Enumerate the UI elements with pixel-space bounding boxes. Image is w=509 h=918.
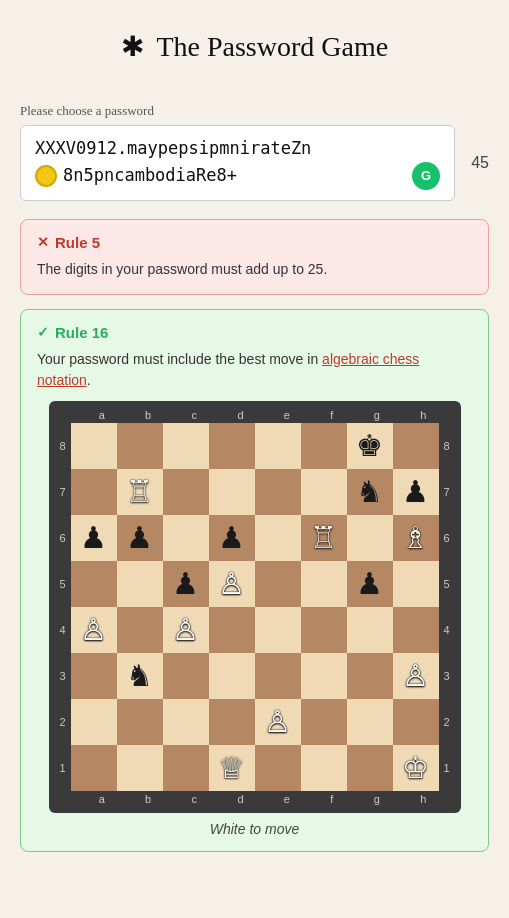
chess-cell xyxy=(255,607,301,653)
chess-cell: ♞ xyxy=(347,469,393,515)
chess-cell xyxy=(347,607,393,653)
chess-cell xyxy=(71,469,117,515)
chess-cell: ♙ xyxy=(71,607,117,653)
rule5-header: ✕ Rule 5 xyxy=(37,234,472,251)
rule5-fail-icon: ✕ xyxy=(37,234,49,250)
chess-cell xyxy=(347,745,393,791)
chess-cell xyxy=(209,699,255,745)
chess-cell xyxy=(163,423,209,469)
bottom-file-labels: a b c d e f g h xyxy=(79,791,447,807)
chess-cell: ♔ xyxy=(393,745,439,791)
chess-cell xyxy=(301,699,347,745)
rank-labels-left: 8 7 6 5 4 3 2 1 xyxy=(55,423,71,791)
chess-cell xyxy=(209,607,255,653)
chess-cell xyxy=(163,515,209,561)
chess-cell xyxy=(347,699,393,745)
chess-cell: ♟ xyxy=(71,515,117,561)
chess-cell xyxy=(71,653,117,699)
chess-section: a b c d e f g h 8 7 6 xyxy=(37,401,472,837)
password-input-display[interactable]: XXXV0912.maypepsipmnirateZn 8n5pncambodi… xyxy=(20,125,455,201)
chess-cell xyxy=(117,699,163,745)
chess-board-wrapper: a b c d e f g h 8 7 6 xyxy=(37,401,472,837)
chess-cell: ♙ xyxy=(163,607,209,653)
star-icon: ✱ xyxy=(121,31,144,62)
chess-cell xyxy=(163,699,209,745)
chess-cell xyxy=(255,469,301,515)
chess-cell xyxy=(255,423,301,469)
password-text-line1: XXXV0912.maypepsipmnirateZn xyxy=(35,136,440,162)
chess-cell: ♙ xyxy=(255,699,301,745)
chess-cell: ♟ xyxy=(347,561,393,607)
password-text-part2: 8n5pncambodiaRe8+ xyxy=(63,163,237,189)
grammarly-icon: G xyxy=(412,162,440,190)
chess-cell: ♞ xyxy=(117,653,163,699)
chess-board: ♚♖♞♟♟♟♟♖♗♟♙♟♙♙♞♙♙♕♔ xyxy=(71,423,439,791)
chess-cell xyxy=(163,653,209,699)
chess-cell xyxy=(163,469,209,515)
rule5-label: Rule 5 xyxy=(55,234,100,251)
chess-cell xyxy=(117,423,163,469)
chess-cell xyxy=(255,515,301,561)
chess-cell xyxy=(209,423,255,469)
chess-cell xyxy=(117,607,163,653)
chess-cell xyxy=(393,561,439,607)
chess-cell: ♖ xyxy=(301,515,347,561)
chess-cell xyxy=(393,699,439,745)
chess-cell xyxy=(209,469,255,515)
rank-labels-right: 8 7 6 5 4 3 2 1 xyxy=(439,423,455,791)
chess-board-container: a b c d e f g h 8 7 6 xyxy=(49,401,461,813)
top-file-labels: a b c d e f g h xyxy=(79,407,447,423)
password-text-line2: 8n5pncambodiaRe8+ G xyxy=(35,162,440,190)
chess-cell: ♟ xyxy=(209,515,255,561)
chess-cell xyxy=(301,469,347,515)
board-main-row: 8 7 6 5 4 3 2 1 ♚♖♞♟♟♟♟♖♗♟♙♟♙♙♞♙♙♕♔ xyxy=(55,423,455,791)
chess-cell: ♚ xyxy=(347,423,393,469)
chess-cell xyxy=(117,561,163,607)
chess-cell: ♟ xyxy=(117,515,163,561)
chess-cell xyxy=(71,745,117,791)
chess-cell: ♖ xyxy=(117,469,163,515)
rule5-body: The digits in your password must add up … xyxy=(37,259,472,280)
chess-cell: ♗ xyxy=(393,515,439,561)
chess-cell: ♟ xyxy=(393,469,439,515)
chess-cell xyxy=(301,423,347,469)
chess-cell: ♙ xyxy=(393,653,439,699)
rule16-header: ✓ Rule 16 xyxy=(37,324,472,341)
rule16-pass-icon: ✓ xyxy=(37,324,49,340)
white-to-move-caption: White to move xyxy=(210,821,299,837)
chess-cell xyxy=(347,653,393,699)
chess-cell xyxy=(209,653,255,699)
chess-cell xyxy=(71,699,117,745)
chess-cell xyxy=(255,561,301,607)
chess-cell xyxy=(301,745,347,791)
rule16-label: Rule 16 xyxy=(55,324,108,341)
chess-cell xyxy=(255,745,301,791)
page-title: ✱ The Password Game xyxy=(20,30,489,63)
chess-cell: ♕ xyxy=(209,745,255,791)
choose-password-label: Please choose a password xyxy=(20,103,489,119)
chess-cell xyxy=(393,423,439,469)
chess-cell xyxy=(117,745,163,791)
coin-icon xyxy=(35,165,57,187)
password-row: XXXV0912.maypepsipmnirateZn 8n5pncambodi… xyxy=(20,125,489,201)
rule16-box: ✓ Rule 16 Your password must include the… xyxy=(20,309,489,852)
chess-cell xyxy=(301,653,347,699)
chess-cell xyxy=(347,515,393,561)
rule5-box: ✕ Rule 5 The digits in your password mus… xyxy=(20,219,489,295)
chess-cell: ♟ xyxy=(163,561,209,607)
chess-cell xyxy=(71,423,117,469)
chess-cell xyxy=(301,561,347,607)
chess-cell xyxy=(255,653,301,699)
chess-cell: ♙ xyxy=(209,561,255,607)
board-with-labels: a b c d e f g h 8 7 6 xyxy=(55,407,455,807)
char-count: 45 xyxy=(465,154,489,172)
chess-cell xyxy=(393,607,439,653)
rule16-body: Your password must include the best move… xyxy=(37,349,472,391)
chess-cell xyxy=(71,561,117,607)
chess-cell xyxy=(163,745,209,791)
chess-cell xyxy=(301,607,347,653)
